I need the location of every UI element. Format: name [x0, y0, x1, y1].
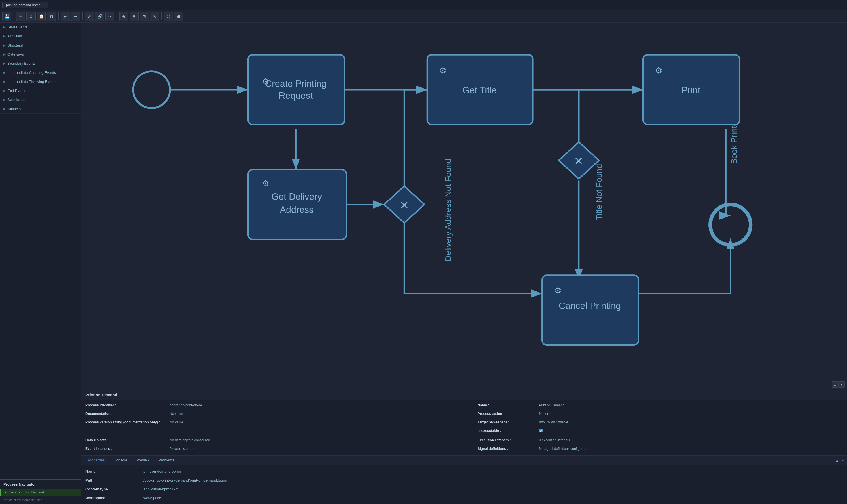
- task-icon-get-delivery: ⚙: [262, 179, 269, 188]
- sidebar-item-label: Swimlanes: [7, 97, 25, 102]
- sidebar-item-label: Structural: [7, 43, 23, 48]
- zoom-out-button[interactable]: ⊖: [129, 12, 139, 21]
- chevron-right-icon: ▶: [3, 35, 6, 38]
- chevron-right-icon: ▶: [3, 25, 6, 29]
- pv-namespace: http://www.flowable. ...: [539, 419, 843, 427]
- process-navigator-note: No structural elements used.: [0, 496, 81, 504]
- sidebar-item-structural[interactable]: ▶ Structural: [0, 41, 81, 50]
- sidebar-item-intermediate-catching[interactable]: ▶ Intermediate Catching Events: [0, 68, 81, 77]
- bpmn-canvas[interactable]: Delivery Address Not Found Title Not Fou…: [81, 23, 847, 390]
- sidebar-item-label: Start Events: [7, 25, 28, 29]
- process-navigator-item[interactable]: Process: Print on Demand: [0, 489, 81, 496]
- close-panel-button[interactable]: ✕: [841, 458, 845, 463]
- scroll-down-button[interactable]: ▼: [839, 381, 845, 388]
- file-tab[interactable]: print-on-demand.bpmn ×: [2, 2, 48, 8]
- diagram-opt1-button[interactable]: ⬡: [164, 12, 173, 21]
- pl-exec-listeners: Execution listeners :: [478, 437, 535, 445]
- start-event[interactable]: [133, 71, 170, 108]
- pl-version: Process version string (documentation on…: [86, 419, 165, 427]
- tab-properties[interactable]: Properties: [83, 456, 109, 465]
- label-delivery-not-found: Delivery Address Not Found: [444, 159, 453, 262]
- tab-bar: print-on-demand.bpmn ×: [0, 0, 847, 10]
- paste-button[interactable]: 📋: [37, 12, 46, 21]
- toolbar-sep-1: [14, 13, 14, 20]
- delete-button[interactable]: 🗑: [47, 12, 56, 21]
- prop-path-label: Path: [86, 476, 142, 484]
- sidebar-item-label: End Events: [7, 89, 27, 93]
- toolbar: 💾 ✂ ⧉ 📋 🗑 ↩ ↪ ⤢ 🔗 ⤳ ⊕ ⊖ ⊡ ⤡ ⬡ ⬢: [0, 10, 847, 23]
- chevron-right-icon: ▶: [3, 44, 6, 47]
- tab-console[interactable]: Console: [109, 456, 132, 465]
- pl-event-listeners: Event listeners :: [86, 446, 165, 453]
- sidebar-item-intermediate-throwing[interactable]: ▶ Intermediate Throwing Events: [0, 77, 81, 86]
- sidebar-item-label: Intermediate Catching Events: [7, 70, 56, 75]
- prop-workspace-label: Workspace: [86, 494, 142, 502]
- tab-preview[interactable]: Preview: [132, 456, 154, 465]
- process-navigator-title: Process Navigator: [0, 480, 81, 489]
- pv-version: No value: [170, 419, 473, 427]
- pv-name: Print on Demand: [539, 402, 843, 410]
- route-button[interactable]: ⤳: [105, 12, 115, 21]
- chevron-right-icon: ▶: [3, 53, 6, 56]
- sidebar-item-gateways[interactable]: ▶ Gateways: [0, 50, 81, 59]
- zoom-full-button[interactable]: ⤡: [150, 12, 159, 21]
- pl-name: Name :: [478, 402, 535, 410]
- pv-data-objects: No data objects configured: [170, 437, 473, 445]
- sidebar-item-label: Intermediate Throwing Events: [7, 79, 56, 84]
- scroll-up-button[interactable]: ▲: [832, 381, 838, 388]
- task-icon-print: ⚙: [655, 66, 662, 75]
- prop-contenttype-value: application/bpmn+xml: [143, 485, 843, 493]
- task-text-cancel: Cancel Printing: [559, 301, 621, 311]
- label-title-not-found: Title Not Found: [594, 164, 604, 220]
- sidebar-item-label: Boundary Events: [7, 61, 35, 66]
- move-button[interactable]: ⤢: [85, 12, 94, 21]
- canvas-scroll-buttons: ▲ ▼: [832, 381, 845, 388]
- prop-name-label: Name: [86, 468, 142, 475]
- chevron-right-icon: ▶: [3, 62, 6, 65]
- collapse-panel-button[interactable]: ▲: [835, 458, 839, 463]
- sidebar-item-boundary-events[interactable]: ▶ Boundary Events: [0, 59, 81, 68]
- sidebar-item-label: Artifacts: [7, 107, 21, 111]
- task-text-get-title: Get Title: [462, 85, 497, 95]
- undo-button[interactable]: ↩: [61, 12, 70, 21]
- task-create-printing-request[interactable]: [248, 55, 345, 125]
- pv-doc: No value: [170, 411, 473, 418]
- process-navigator: Process Navigator Process: Print on Dema…: [0, 479, 81, 504]
- pl-executable: Is executable :: [478, 428, 535, 436]
- save-button[interactable]: 💾: [2, 12, 11, 21]
- copy-button[interactable]: ⧉: [27, 12, 35, 21]
- task-text-delivery2: Address: [280, 204, 314, 215]
- prop-name-value: print-on-demand.bpmn: [143, 468, 843, 475]
- bottom-tabs-header: Properties Console Preview Problems ▲ ✕: [81, 456, 847, 465]
- sidebar-item-end-events[interactable]: ▶ End Events: [0, 86, 81, 95]
- sidebar-item-swimlanes[interactable]: ▶ Swimlanes: [0, 95, 81, 104]
- sidebar-item-activities[interactable]: ▶ Activities: [0, 32, 81, 41]
- prop-path-value: /bookshop-print-on-demand/print-on-deman…: [143, 476, 843, 484]
- tab-close-icon[interactable]: ×: [42, 4, 44, 7]
- task-text-create2: Request: [279, 91, 313, 101]
- pl-namespace: Target namespace :: [478, 419, 535, 427]
- link-button[interactable]: 🔗: [95, 12, 104, 21]
- redo-button[interactable]: ↪: [71, 12, 80, 21]
- cut-button[interactable]: ✂: [16, 12, 25, 21]
- sidebar-item-label: Activities: [7, 34, 22, 38]
- pv-event-listeners: 0 event listeners: [170, 446, 473, 453]
- toolbar-sep-5: [161, 13, 162, 20]
- sidebar-item-start-events[interactable]: ▶ Start Events: [0, 23, 81, 32]
- sidebar-item-artifacts[interactable]: ▶ Artifacts: [0, 104, 81, 113]
- pl-data-objects: Data Objects :: [86, 437, 165, 445]
- chevron-right-icon: ▶: [3, 89, 6, 92]
- bottom-tab-content: Name print-on-demand.bpmn Path /bookshop…: [81, 465, 847, 504]
- flow-gw1-gettitle: [404, 90, 427, 186]
- tab-problems[interactable]: Problems: [154, 456, 179, 465]
- diagram-opt2-button[interactable]: ⬢: [174, 12, 183, 21]
- zoom-in-button[interactable]: ⊕: [119, 12, 128, 21]
- canvas-area: Delivery Address Not Found Title Not Fou…: [81, 23, 847, 504]
- is-executable-checkbox[interactable]: [539, 429, 543, 432]
- zoom-fit-button[interactable]: ⊡: [140, 12, 149, 21]
- pv-signal-defs: No signal definitions configured: [539, 446, 843, 453]
- toolbar-sep-2: [58, 13, 58, 20]
- pv-author: No value: [539, 411, 843, 418]
- sidebar: ▶ Start Events ▶ Activities ▶ Structural…: [0, 23, 81, 504]
- pv-executable: [539, 428, 843, 436]
